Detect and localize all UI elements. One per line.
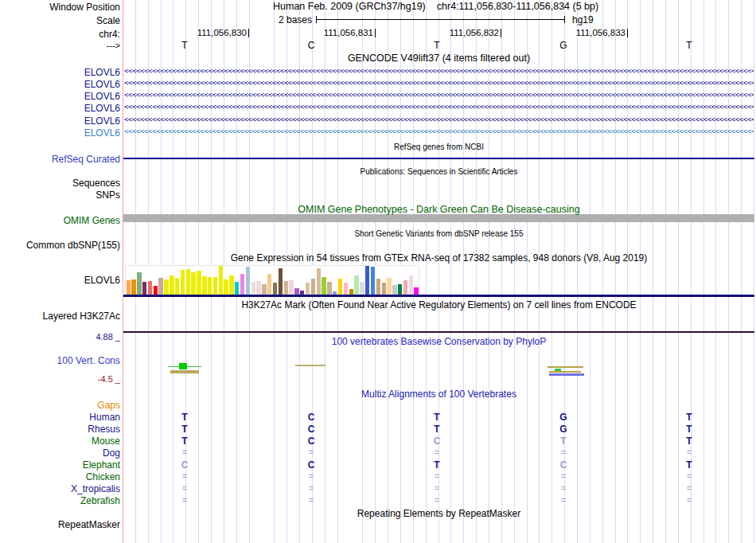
gtex-expression-bar[interactable] bbox=[229, 275, 233, 295]
gtex-expression-bar[interactable] bbox=[289, 280, 293, 295]
gtex-expression-bar[interactable] bbox=[360, 282, 364, 295]
gtex-expression-bar[interactable] bbox=[131, 279, 135, 295]
gtex-expression-bar[interactable] bbox=[170, 275, 173, 295]
track-title-publications-sequences[interactable]: Publications: Sequences in Scientific Ar… bbox=[123, 167, 754, 176]
gtex-expression-bar[interactable] bbox=[398, 284, 402, 295]
gtex-expression-bar[interactable] bbox=[262, 284, 266, 295]
gtex-expression-bar[interactable] bbox=[382, 283, 386, 295]
track-label-window-position[interactable]: Window Position bbox=[0, 2, 120, 13]
gtex-expression-bar[interactable] bbox=[349, 289, 353, 295]
track-label-dog[interactable]: Dog bbox=[0, 447, 120, 459]
track-label-scale[interactable]: Scale bbox=[0, 15, 120, 26]
gtex-expression-bar[interactable] bbox=[256, 281, 260, 295]
gtex-expression-bar[interactable] bbox=[251, 282, 255, 295]
gtex-expression-bar[interactable] bbox=[235, 282, 239, 295]
track-label-human[interactable]: Human bbox=[0, 412, 120, 423]
track-title-100-vertebrates-basewise[interactable]: 100 vertebrates Basewise Conservation by… bbox=[123, 336, 754, 347]
track-label-elovl6[interactable]: ELOVL6 bbox=[0, 103, 120, 114]
gtex-expression-bar[interactable] bbox=[284, 281, 288, 295]
gtex-expression-bar[interactable] bbox=[387, 278, 391, 295]
track-title-multiz-alignments-of-100[interactable]: Multiz Alignments of 100 Vertebrates bbox=[123, 389, 754, 400]
gtex-expression-bar[interactable] bbox=[294, 288, 298, 295]
track-label-snps[interactable]: SNPs bbox=[0, 189, 120, 201]
gtex-expression-bar[interactable] bbox=[181, 270, 185, 295]
track-label-elovl6[interactable]: ELOVL6 bbox=[0, 79, 120, 90]
track-label-100-vert-cons[interactable]: 100 Vert. Cons bbox=[0, 355, 120, 366]
gencode-transcript-row[interactable]: <<<<<<<<<<<<<<<<<<<<<<<<<<<<<<<<<<<<<<<<… bbox=[124, 102, 754, 112]
track-title-gencode-v49lift37-4-ite[interactable]: GENCODE V49lift37 (4 items filtered out) bbox=[123, 53, 754, 64]
gtex-expression-bar[interactable] bbox=[137, 272, 141, 295]
gtex-expression-bar[interactable] bbox=[414, 287, 418, 295]
gtex-expression-bar[interactable] bbox=[344, 283, 348, 295]
track-label-mouse[interactable]: Mouse bbox=[0, 436, 120, 447]
gencode-transcript-row[interactable]: <<<<<<<<<<<<<<<<<<<<<<<<<<<<<<<<<<<<<<<<… bbox=[124, 127, 754, 137]
gtex-expression-bar[interactable] bbox=[327, 282, 331, 295]
track-title-h3k27ac-mark-often-foun[interactable]: H3K27Ac Mark (Often Found Near Active Re… bbox=[123, 299, 754, 311]
omim-gene-bar[interactable] bbox=[123, 214, 754, 222]
gtex-expression-bar[interactable] bbox=[175, 278, 179, 295]
gencode-transcript-row[interactable]: <<<<<<<<<<<<<<<<<<<<<<<<<<<<<<<<<<<<<<<<… bbox=[124, 66, 754, 76]
gtex-expression-bar[interactable] bbox=[224, 279, 228, 295]
track-label-layered-h3k27ac[interactable]: Layered H3K27Ac bbox=[0, 311, 120, 322]
gtex-expression-bar[interactable] bbox=[158, 278, 162, 295]
gtex-expression-bar[interactable] bbox=[376, 279, 380, 295]
track-label-elovl6[interactable]: ELOVL6 bbox=[0, 127, 120, 139]
gtex-expression-bar[interactable] bbox=[333, 291, 337, 295]
gtex-expression-bar[interactable] bbox=[354, 275, 358, 295]
gencode-transcript-row[interactable]: <<<<<<<<<<<<<<<<<<<<<<<<<<<<<<<<<<<<<<<<… bbox=[124, 115, 754, 125]
track-label-zebrafish[interactable]: Zebrafish bbox=[0, 495, 120, 506]
gencode-transcript-row[interactable]: <<<<<<<<<<<<<<<<<<<<<<<<<<<<<<<<<<<<<<<<… bbox=[124, 90, 754, 100]
track-label-sequences[interactable]: Sequences bbox=[0, 178, 120, 189]
track-title-gene-expression-in-54-ti[interactable]: Gene Expression in 54 tissues from GTEx … bbox=[123, 252, 754, 264]
track-label-x-tropicalis[interactable]: X_tropicalis bbox=[0, 483, 120, 494]
gtex-expression-bar[interactable] bbox=[127, 280, 131, 295]
gtex-expression-bar[interactable] bbox=[240, 274, 244, 295]
track-label-gaps[interactable]: Gaps bbox=[0, 400, 120, 411]
track-title-repeating-elements-by-re[interactable]: Repeating Elements by RepeatMasker bbox=[123, 508, 754, 519]
track-title-refseq-genes-from-ncbi[interactable]: RefSeq genes from NCBI bbox=[123, 143, 754, 151]
gtex-expression-bar[interactable] bbox=[197, 271, 201, 295]
gtex-expression-bar[interactable] bbox=[148, 281, 152, 295]
gtex-expression-bar[interactable] bbox=[403, 280, 407, 295]
gtex-expression-bar[interactable] bbox=[317, 268, 321, 295]
track-label-omim-genes[interactable]: OMIM Genes bbox=[0, 215, 120, 226]
track-label-refseq-curated[interactable]: RefSeq Curated bbox=[0, 154, 120, 165]
track-label-elovl6[interactable]: ELOVL6 bbox=[0, 91, 120, 102]
gtex-expression-bar[interactable] bbox=[321, 277, 325, 295]
gtex-expression-bar[interactable] bbox=[300, 291, 304, 295]
track-title-omim-gene-phenotypes-d[interactable]: OMIM Gene Phenotypes - Dark Green Can Be… bbox=[123, 204, 754, 215]
gtex-expression-bar[interactable] bbox=[208, 277, 212, 295]
gtex-expression-bar[interactable] bbox=[273, 283, 277, 295]
refseq-curated-gene-line[interactable] bbox=[123, 158, 754, 159]
gtex-expression-bar[interactable] bbox=[338, 279, 342, 295]
track-label-rhesus[interactable]: Rhesus bbox=[0, 424, 120, 435]
gtex-expression-bar[interactable] bbox=[154, 286, 158, 295]
track-label-4-5[interactable]: -4.5 _ bbox=[0, 374, 120, 384]
track-label-elovl6[interactable]: ELOVL6 bbox=[0, 115, 120, 127]
track-label-elovl6[interactable]: ELOVL6 bbox=[0, 275, 120, 286]
gtex-expression-bar[interactable] bbox=[202, 276, 206, 295]
gtex-expression-bar[interactable] bbox=[409, 275, 413, 295]
track-label-elovl6[interactable]: ELOVL6 bbox=[0, 67, 120, 78]
gtex-expression-bar[interactable] bbox=[213, 277, 217, 295]
track-label-chicken[interactable]: Chicken bbox=[0, 471, 120, 482]
gtex-expression-bar[interactable] bbox=[365, 266, 369, 295]
gtex-expression-bar[interactable] bbox=[186, 269, 190, 295]
gtex-expression-bar[interactable] bbox=[267, 274, 271, 295]
track-label-4-88[interactable]: 4.88 _ bbox=[0, 332, 120, 342]
track-label-[interactable]: ---> bbox=[0, 41, 120, 50]
track-label-chr4[interactable]: chr4: bbox=[0, 29, 120, 40]
gtex-expression-bar[interactable] bbox=[219, 266, 223, 295]
gtex-expression-bar[interactable] bbox=[142, 282, 146, 295]
track-label-repeatmasker[interactable]: RepeatMasker bbox=[0, 519, 120, 530]
gtex-expression-bar[interactable] bbox=[164, 279, 168, 295]
gtex-expression-bar[interactable] bbox=[306, 283, 310, 295]
gtex-expression-bar[interactable] bbox=[246, 267, 250, 295]
gtex-expression-bar[interactable] bbox=[311, 279, 315, 295]
gencode-transcript-row[interactable]: <<<<<<<<<<<<<<<<<<<<<<<<<<<<<<<<<<<<<<<<… bbox=[124, 78, 754, 88]
gtex-expression-bar[interactable] bbox=[392, 285, 396, 295]
track-label-elephant[interactable]: Elephant bbox=[0, 459, 120, 471]
gtex-expression-bar[interactable] bbox=[191, 272, 195, 295]
gtex-expression-bar[interactable] bbox=[279, 268, 283, 295]
track-title-short-genetic-variants-f[interactable]: Short Genetic Variants from dbSNP releas… bbox=[123, 229, 754, 238]
